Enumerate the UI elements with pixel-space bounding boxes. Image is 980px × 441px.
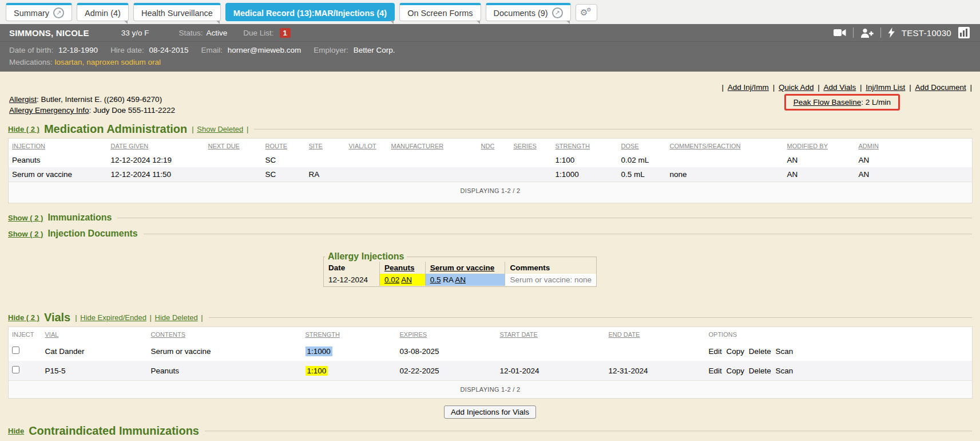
dose-link[interactable]: 0.5 [430, 275, 441, 284]
column-header-end-date[interactable]: END DATE [609, 331, 640, 338]
due-list-badge[interactable]: 1 [280, 28, 291, 38]
table-header-row: INJECT VIAL CONTENTS STRENGTH EXPIRES ST… [9, 327, 973, 342]
column-header-next-due[interactable]: NEXT DUE [208, 143, 240, 149]
tab-on-screen-forms[interactable]: On Screen Forms [399, 3, 481, 21]
column-header-manufacturer[interactable]: MANUFACTURER [391, 143, 444, 149]
add-vials-link[interactable]: Add Vials [824, 83, 856, 92]
copy-link[interactable]: Copy [727, 347, 745, 356]
column-header-modified-by[interactable]: MODIFIED BY [787, 143, 828, 149]
cell-route: SC [263, 167, 307, 182]
column-header-serum-or-vaccine[interactable]: Serum or vaccine [430, 263, 495, 272]
quick-add-link[interactable]: Quick Add [779, 83, 814, 92]
allergist-value: : Butler, Internist E. ((260) 459-6270) [37, 95, 162, 104]
column-header-dose[interactable]: DOSE [621, 143, 639, 149]
copy-link[interactable]: Copy [727, 367, 745, 375]
inject-checkbox[interactable] [12, 366, 19, 373]
allergy-injections-panel: Allergy Injections Date Peanuts Serum or… [323, 251, 597, 287]
delete-link[interactable]: Delete [749, 347, 771, 356]
injection-documents-header: Show ( 2 ) Injection Documents [8, 229, 972, 239]
cell-series [511, 153, 553, 167]
open-in-new-icon[interactable]: ↗ [53, 7, 64, 18]
hide-deleted-link[interactable]: Hide Deleted [155, 313, 198, 322]
settings-button[interactable]: ⚙ ⚙ [576, 4, 597, 21]
hide-expired-ended-link[interactable]: Hide Expired/Ended [80, 313, 146, 322]
video-camera-icon[interactable] [834, 28, 846, 37]
medication-link[interactable]: losartan [55, 58, 82, 66]
show-immunizations-link[interactable]: Show ( 2 ) [8, 214, 43, 222]
column-header-comments-reaction[interactable]: COMMENTS/REACTION [670, 143, 741, 149]
cell-ndc [479, 167, 511, 182]
column-header-series[interactable]: SERIES [514, 143, 537, 149]
show-deleted-link[interactable]: Show Deleted [197, 125, 243, 133]
allergy-emergency-link[interactable]: Allergy Emergency Info [9, 106, 89, 115]
show-injection-documents-link[interactable]: Show ( 2 ) [8, 230, 43, 238]
edit-link[interactable]: Edit [709, 347, 722, 356]
delete-link[interactable]: Delete [749, 367, 771, 375]
pipe-separator: | [247, 125, 248, 133]
add-document-link[interactable]: Add Document [915, 83, 966, 92]
patient-header-bar: SIMMONS, NICOLE 33 y/o F Status: Active … [0, 24, 980, 41]
allergist-link[interactable]: Allergist [9, 95, 37, 104]
cell-date: 12-12-2024 [324, 274, 379, 286]
pipe-separator: | [722, 83, 724, 92]
tab-documents[interactable]: Documents (9) ↗ [486, 3, 571, 21]
column-header-expires[interactable]: EXPIRES [400, 331, 427, 338]
tab-summary[interactable]: Summary ↗ [6, 3, 72, 21]
column-header-contents[interactable]: CONTENTS [151, 331, 186, 338]
cell-start-date: 12-01-2024 [498, 361, 606, 381]
peak-flow-baseline-value: : 2 L/min [861, 98, 891, 107]
cell-injection: Serum or vaccine [9, 167, 109, 182]
open-in-new-icon[interactable]: ↗ [552, 7, 563, 18]
cell-series [511, 167, 553, 182]
initials-link[interactable]: AN [401, 275, 412, 284]
column-header-site[interactable]: SITE [309, 143, 323, 149]
initials-link[interactable]: AN [455, 275, 466, 284]
tab-medical-record[interactable]: Medical Record (13):MAR/Injections (4) [225, 3, 395, 21]
tab-admin[interactable]: Admin (4) [77, 3, 129, 21]
column-header-strength[interactable]: STRENGTH [556, 143, 590, 149]
medication-administration-header: Hide ( 2 ) Medication Administration | S… [8, 123, 972, 136]
edit-link[interactable]: Edit [709, 367, 722, 375]
column-header-route[interactable]: ROUTE [265, 143, 288, 149]
pipe-separator: | [818, 83, 820, 92]
divider [880, 27, 881, 38]
hide-contraindicated-link[interactable]: Hide [8, 427, 24, 435]
hide-vials-link[interactable]: Hide ( 2 ) [8, 313, 39, 322]
column-header-injection[interactable]: INJECTION [12, 143, 45, 149]
peak-flow-baseline-link[interactable]: Peak Flow Baseline [793, 98, 862, 107]
medication-link[interactable]: naproxen sodium oral [86, 58, 161, 66]
scan-link[interactable]: Scan [776, 367, 793, 375]
bar-chart-icon[interactable] [958, 27, 970, 38]
dose-link[interactable]: 0.02 [384, 275, 399, 284]
email-value: horner@mieweb.com [228, 46, 301, 54]
tab-health-surveillance[interactable]: Health Surveillance [133, 3, 221, 21]
cell-serum-dose: 0.5 RA AN [425, 274, 505, 286]
immunizations-header: Show ( 2 ) Immunizations [8, 212, 972, 223]
scan-link[interactable]: Scan [776, 347, 793, 356]
employer-value: Better Corp. [354, 46, 395, 54]
table-row: Serum or vaccine 12-12-2024 11:50 SC RA … [9, 167, 973, 182]
column-header-start-date[interactable]: START DATE [500, 331, 538, 338]
column-header-vial[interactable]: VIAL [45, 331, 59, 338]
pipe-separator: | [909, 83, 911, 92]
lightning-icon[interactable] [888, 27, 895, 38]
patient-demographics-bar: Date of birth: 12-18-1990 Hire date: 08-… [0, 41, 980, 72]
status-value: Active [206, 29, 227, 37]
hire-date-group: Hire date: 08-24-2015 [110, 46, 188, 54]
add-person-icon[interactable] [860, 28, 874, 38]
divider [209, 317, 972, 318]
inject-checkbox[interactable] [12, 346, 19, 354]
hide-med-admin-link[interactable]: Hide ( 2 ) [8, 125, 39, 133]
strength-highlight: 1:100 [305, 366, 328, 376]
column-header-strength[interactable]: STRENGTH [305, 331, 340, 338]
column-header-date-given[interactable]: DATE GIVEN [111, 143, 149, 149]
inj-imm-list-link[interactable]: Inj/Imm List [866, 83, 905, 92]
column-header-peanuts[interactable]: Peanuts [384, 263, 415, 272]
tab-bar: Summary ↗ Admin (4) Health Surveillance … [0, 0, 980, 24]
contraindicated-immunizations-title: Contraindicated Immunizations [29, 424, 199, 438]
column-header-vial-lot[interactable]: VIAL/LOT [349, 143, 376, 149]
column-header-admin[interactable]: ADMIN [859, 143, 879, 149]
add-inj-imm-link[interactable]: Add Inj/Imm [728, 83, 769, 92]
column-header-ndc[interactable]: NDC [481, 143, 495, 149]
add-injections-for-vials-button[interactable]: Add Injections for Vials [444, 405, 536, 419]
